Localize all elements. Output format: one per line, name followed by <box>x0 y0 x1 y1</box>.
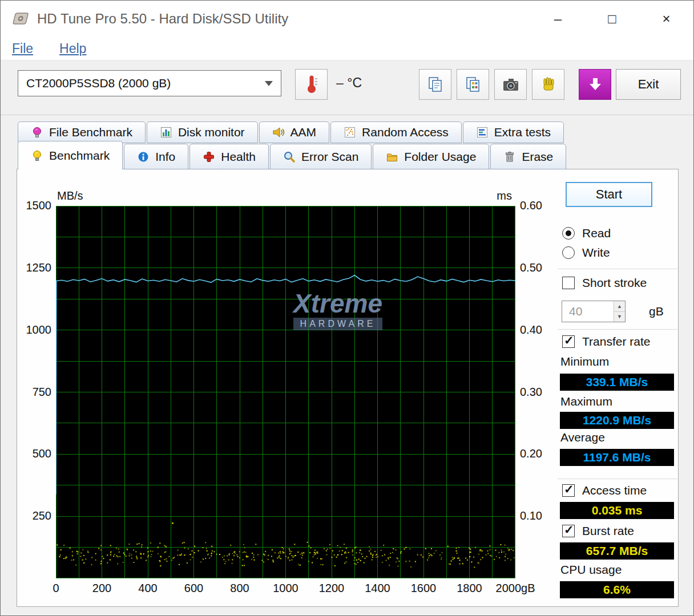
menu-file[interactable]: File <box>12 41 33 56</box>
info-icon <box>137 151 150 163</box>
x-axis-tick: 2000gB <box>493 582 538 595</box>
read-radio[interactable]: Read <box>562 226 611 240</box>
access-time-checkbox[interactable]: Access time <box>562 484 647 497</box>
menu-bar: FileHelp <box>1 37 693 60</box>
tab-info[interactable]: Info <box>124 144 188 169</box>
erase-icon <box>503 151 516 163</box>
benchmark-chart: MB/sms1500125010007505002500.600.500.400… <box>56 206 515 578</box>
burst-rate-checkbox[interactable]: Burst rate <box>562 524 634 538</box>
tab-aam[interactable]: AAM <box>259 121 330 143</box>
separator <box>558 269 677 269</box>
screenshot-button[interactable] <box>494 69 527 100</box>
maximize-button[interactable]: □ <box>585 1 639 37</box>
hand-icon <box>540 76 557 93</box>
transfer-rate-box <box>562 335 575 348</box>
spinner-buttons: ▲ ▼ <box>614 301 625 322</box>
tab-label: Random Access <box>362 125 449 139</box>
write-label: Write <box>582 246 610 260</box>
tab-random-access[interactable]: Random Access <box>330 121 462 143</box>
maximum-value: 1220.9 MB/s <box>560 412 674 429</box>
camera-icon <box>502 76 520 93</box>
x-axis-tick: 400 <box>125 582 171 595</box>
spin-up-button[interactable]: ▲ <box>614 301 625 312</box>
read-label: Read <box>582 226 611 240</box>
tab-error-scan[interactable]: Error Scan <box>270 144 372 169</box>
short-stroke-checkbox[interactable]: Short stroke <box>562 276 647 290</box>
cpu-usage-value: 6.6% <box>560 581 674 598</box>
separator <box>558 329 677 330</box>
x-axis-tick: 1600 <box>401 582 446 595</box>
maximum-label: Maximum <box>560 395 612 408</box>
save-results-button[interactable] <box>579 69 611 100</box>
extra-tests-icon <box>476 126 489 139</box>
tab-row-1: File BenchmarkDisk monitorAAMRandom Acce… <box>18 121 564 143</box>
tab-folder-usage[interactable]: Folder Usage <box>373 144 489 169</box>
tab-row-2: BenchmarkInfoHealthError ScanFolder Usag… <box>18 141 566 169</box>
left-axis-tick: 250 <box>11 509 51 522</box>
separator <box>558 479 677 479</box>
minimum-label: Minimum <box>560 355 609 368</box>
x-axis-tick: 600 <box>171 582 217 595</box>
left-axis-tick: 500 <box>11 447 51 460</box>
right-axis-tick: 0.50 <box>520 261 542 274</box>
minimize-button[interactable]: – <box>531 1 585 37</box>
cpu-usage-label: CPU usage <box>560 563 622 577</box>
short-stroke-box <box>562 277 575 289</box>
app-icon <box>10 10 30 28</box>
drive-select-value: CT2000P5SSD8 (2000 gB) <box>26 76 171 90</box>
right-axis-unit: ms <box>497 189 512 202</box>
title-bar: HD Tune Pro 5.50 - Hard Disk/SSD Utility… <box>1 1 693 37</box>
access-time-value: 0.035 ms <box>560 502 674 519</box>
tab-label: Extra tests <box>494 125 551 139</box>
toolbar-buttons <box>419 69 611 100</box>
x-axis-tick: 1800 <box>447 582 493 595</box>
short-stroke-size-input[interactable]: 40 ▲ ▼ <box>562 301 626 322</box>
tab-benchmark[interactable]: Benchmark <box>18 141 123 169</box>
burst-rate-value: 657.7 MB/s <box>560 542 674 560</box>
disk-monitor-icon <box>160 126 172 139</box>
start-button[interactable]: Start <box>566 182 652 207</box>
right-axis-tick: 0.40 <box>520 323 542 337</box>
left-axis-tick: 1500 <box>11 199 51 212</box>
tab-label: Erase <box>522 150 553 164</box>
donate-button[interactable] <box>532 69 564 100</box>
tab-disk-monitor[interactable]: Disk monitor <box>147 121 258 143</box>
x-axis-tick: 1400 <box>355 582 401 595</box>
exit-button[interactable]: Exit <box>616 69 681 100</box>
random-access-icon <box>344 126 356 139</box>
copy-button[interactable] <box>419 69 451 100</box>
window-title: HD Tune Pro 5.50 - Hard Disk/SSD Utility <box>37 11 288 27</box>
drive-select-dropdown[interactable]: CT2000P5SSD8 (2000 gB) <box>18 70 281 96</box>
left-axis-tick: 750 <box>11 386 51 399</box>
tab-label: File Benchmark <box>49 125 132 139</box>
x-axis-tick: 0 <box>33 582 79 595</box>
temperature-button[interactable] <box>295 69 328 100</box>
file-benchmark-icon <box>31 126 43 139</box>
write-radio[interactable]: Write <box>562 246 610 260</box>
tab-label: Health <box>221 150 256 164</box>
transfer-rate-checkbox[interactable]: Transfer rate <box>562 335 650 348</box>
copy-image-button[interactable] <box>457 69 489 100</box>
x-axis-tick: 1000 <box>263 582 309 595</box>
tab-file-benchmark[interactable]: File Benchmark <box>18 121 146 143</box>
access-time-label: Access time <box>582 484 647 497</box>
tab-health[interactable]: Health <box>189 144 269 169</box>
x-axis-tick: 200 <box>79 582 125 595</box>
copy-icon <box>427 76 444 93</box>
tab-extra-tests[interactable]: Extra tests <box>463 121 564 143</box>
spin-down-button[interactable]: ▼ <box>614 312 625 322</box>
tab-label: Info <box>155 150 175 164</box>
benchmark-icon <box>31 149 43 162</box>
folder-usage-icon <box>386 151 398 163</box>
gb-unit-label: gB <box>649 305 664 318</box>
close-button[interactable]: × <box>639 1 693 37</box>
x-axis-tick: 800 <box>217 582 263 595</box>
short-stroke-label: Short stroke <box>582 276 647 290</box>
app-window: HD Tune Pro 5.50 - Hard Disk/SSD Utility… <box>0 0 694 616</box>
health-icon <box>203 151 215 163</box>
left-axis-tick: 1000 <box>11 323 51 337</box>
tab-erase[interactable]: Erase <box>490 144 566 169</box>
tab-label: Error Scan <box>301 150 358 164</box>
chevron-down-icon <box>265 81 273 86</box>
menu-help[interactable]: Help <box>59 41 86 56</box>
